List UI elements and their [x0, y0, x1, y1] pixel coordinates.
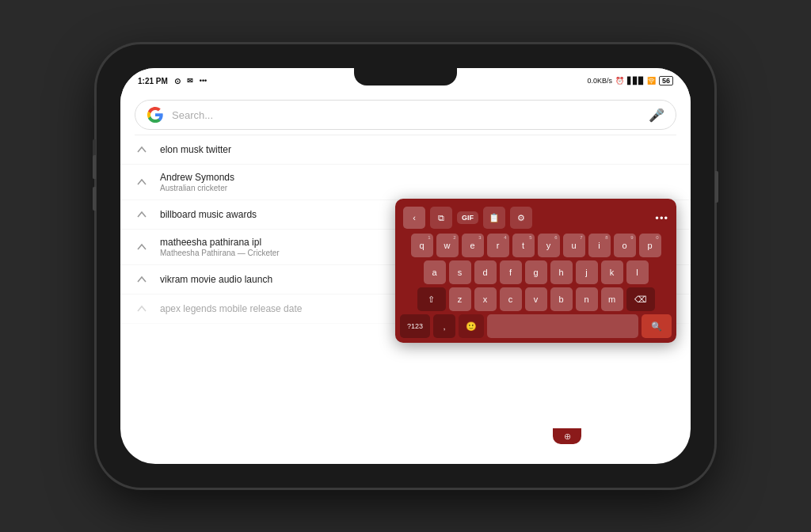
search-container: Search... 🎤: [120, 92, 691, 135]
keyboard-settings-icon[interactable]: ⚙: [510, 207, 532, 229]
suggestion-text-block: elon musk twitter: [160, 144, 231, 155]
keyboard-row-4: ?123 , 🙂 🔍: [400, 314, 672, 338]
keyboard-gif-button[interactable]: GIF: [457, 211, 478, 224]
power-button[interactable]: [715, 171, 718, 203]
battery-display: 56: [659, 76, 673, 86]
keyboard-overlay: ‹ ⧉ GIF 📋 ⚙ ••• q1 w2 e3 r4 t5 y6 u7 i8: [395, 199, 676, 343]
key-num123[interactable]: ?123: [400, 314, 430, 338]
key-delete[interactable]: ⌫: [626, 287, 655, 311]
key-x[interactable]: x: [474, 287, 497, 311]
trend-arrow-icon: [135, 240, 149, 254]
suggestion-text-block: vikram movie audio launch: [160, 274, 272, 285]
keyboard-row-1: q1 w2 e3 r4 t5 y6 u7 i8 o9 p0: [400, 234, 672, 257]
key-d[interactable]: d: [474, 260, 497, 284]
trend-arrow-icon: [135, 302, 149, 316]
status-right: 0.0KB/s ⏰ ▋▊▉ 🛜 56: [587, 76, 673, 86]
key-l[interactable]: l: [626, 260, 649, 284]
message-icon: ✉: [187, 77, 193, 85]
messenger-icon: ⊙: [174, 77, 181, 86]
time-display: 1:21 PM: [138, 77, 168, 86]
key-space[interactable]: [487, 314, 638, 338]
key-o[interactable]: o9: [614, 234, 636, 257]
suggestion-title: Andrew Symonds: [160, 172, 234, 183]
key-comma[interactable]: ,: [433, 314, 455, 338]
keyboard-more-icon[interactable]: •••: [655, 212, 668, 224]
search-bar[interactable]: Search... 🎤: [135, 100, 676, 130]
key-y[interactable]: y6: [538, 234, 560, 257]
search-input[interactable]: Search...: [172, 109, 641, 121]
more-icon: •••: [200, 77, 207, 85]
signal-icon: ▋▊▉: [627, 77, 644, 85]
trend-arrow-icon: [135, 207, 149, 222]
key-i[interactable]: i8: [588, 234, 611, 257]
mic-icon[interactable]: 🎤: [649, 108, 664, 123]
keyboard-drag-handle[interactable]: ⊕: [553, 428, 581, 444]
trend-arrow-icon: [135, 175, 149, 189]
suggestion-text-block: apex legends mobile release date: [160, 303, 302, 314]
suggestion-subtitle: Matheesha Pathirana — Cricketer: [160, 249, 280, 257]
key-g[interactable]: g: [525, 260, 547, 284]
keyboard-rows: q1 w2 e3 r4 t5 y6 u7 i8 o9 p0 a s d f: [400, 234, 672, 343]
alarm-icon: ⏰: [615, 77, 624, 85]
vol-up-button[interactable]: [93, 155, 96, 179]
key-r[interactable]: r4: [487, 234, 509, 257]
vol-down-button[interactable]: [93, 187, 96, 211]
key-f[interactable]: f: [500, 260, 522, 284]
suggestion-title: matheesha pathirana ipl: [160, 237, 280, 248]
key-c[interactable]: c: [500, 287, 522, 311]
key-w[interactable]: w2: [436, 234, 459, 257]
keyboard-row-3: ⇧ z x c v b n m ⌫: [400, 287, 672, 311]
key-z[interactable]: z: [449, 287, 471, 311]
suggestion-title: vikram movie audio launch: [160, 274, 272, 285]
suggestion-title: apex legends mobile release date: [160, 303, 302, 314]
key-j[interactable]: j: [576, 260, 598, 284]
key-v[interactable]: v: [525, 287, 547, 311]
key-shift[interactable]: ⇧: [417, 287, 446, 311]
key-h[interactable]: h: [550, 260, 573, 284]
key-a[interactable]: a: [424, 260, 446, 284]
key-u[interactable]: u7: [563, 234, 585, 257]
keyboard-row-2: a s d f g h j k l: [400, 260, 672, 284]
suggestion-text-block: billboard music awards: [160, 209, 257, 220]
keyboard-back-button[interactable]: ‹: [403, 207, 425, 229]
phone-screen: 1:21 PM ⊙ ✉ ••• 0.0KB/s ⏰ ▋▊▉ 🛜 56: [120, 68, 691, 464]
key-e[interactable]: e3: [462, 234, 484, 257]
keyboard-clipboard-icon[interactable]: ⧉: [430, 207, 452, 229]
key-s[interactable]: s: [449, 260, 471, 284]
network-speed: 0.0KB/s: [587, 77, 612, 85]
suggestion-title: billboard music awards: [160, 209, 257, 220]
wifi-icon: 🛜: [647, 77, 656, 85]
phone-shell: 1:21 PM ⊙ ✉ ••• 0.0KB/s ⏰ ▋▊▉ 🛜 56: [97, 44, 714, 488]
key-emoji[interactable]: 🙂: [459, 314, 484, 338]
key-m[interactable]: m: [601, 287, 623, 311]
key-q[interactable]: q1: [411, 234, 433, 257]
list-item[interactable]: elon musk twitter: [120, 135, 691, 165]
suggestion-text-block: matheesha pathirana ipl Matheesha Pathir…: [160, 237, 280, 257]
notch: [354, 68, 457, 86]
keyboard-paste-icon[interactable]: 📋: [483, 207, 505, 229]
google-logo: [147, 106, 164, 124]
trend-arrow-icon: [135, 142, 149, 157]
trend-arrow-icon: [135, 272, 149, 287]
key-b[interactable]: b: [550, 287, 573, 311]
suggestion-title: elon musk twitter: [160, 144, 231, 155]
key-k[interactable]: k: [601, 260, 623, 284]
key-p[interactable]: p0: [639, 234, 661, 257]
keyboard-toolbar: ‹ ⧉ GIF 📋 ⚙ •••: [400, 203, 672, 234]
key-n[interactable]: n: [576, 287, 598, 311]
suggestion-subtitle: Australian cricketer: [160, 184, 234, 192]
suggestion-text-block: Andrew Symonds Australian cricketer: [160, 172, 234, 192]
status-left: 1:21 PM ⊙ ✉ •••: [138, 77, 207, 86]
key-t[interactable]: t5: [512, 234, 535, 257]
key-search[interactable]: 🔍: [642, 314, 672, 338]
list-item[interactable]: Andrew Symonds Australian cricketer: [120, 165, 691, 200]
